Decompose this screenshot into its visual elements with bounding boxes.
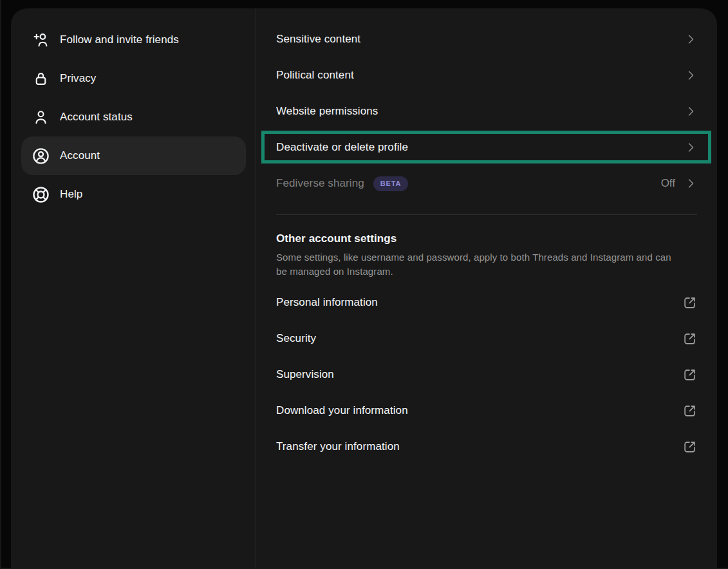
row-fediverse-sharing[interactable]: Fediverse sharing BETA Off (276, 165, 697, 201)
row-label: Political content (276, 69, 354, 82)
chevron-right-icon (684, 105, 697, 118)
row-value: Off (661, 177, 675, 190)
row-label: Website permissions (276, 105, 378, 118)
sidebar-item-privacy[interactable]: Privacy (21, 59, 246, 98)
lock-icon (31, 69, 50, 88)
sidebar-item-label: Follow and invite friends (60, 33, 179, 46)
row-label: Download your information (276, 404, 408, 417)
external-link-icon (682, 404, 697, 418)
lifebuoy-icon (31, 185, 50, 204)
row-label: Transfer your information (276, 440, 400, 453)
row-website-permissions[interactable]: Website permissions (276, 93, 697, 129)
chevron-right-icon (684, 177, 697, 190)
row-sensitive-content[interactable]: Sensitive content (276, 21, 697, 57)
row-personal-information[interactable]: Personal information (276, 284, 697, 321)
row-deactivate-or-delete-profile[interactable]: Deactivate or delete profile (276, 129, 697, 165)
chevron-right-icon (684, 33, 697, 46)
external-link-icon (682, 440, 697, 454)
sidebar-item-label: Account status (60, 111, 133, 124)
sidebar-item-help[interactable]: Help (21, 175, 246, 214)
row-transfer-your-information[interactable]: Transfer your information (276, 429, 697, 465)
person-add-icon (31, 30, 50, 50)
section-title: Other account settings (276, 232, 697, 245)
external-link-icon (682, 368, 697, 382)
chevron-right-icon (684, 69, 697, 82)
row-political-content[interactable]: Political content (276, 57, 697, 93)
row-label: Personal information (276, 296, 378, 309)
section-description: Some settings, like username and passwor… (276, 250, 678, 278)
row-label: Sensitive content (276, 33, 360, 46)
sidebar-item-label: Privacy (60, 72, 96, 85)
sidebar-item-account[interactable]: Account (21, 136, 246, 175)
account-settings-content: Sensitive content Political content Webs… (256, 9, 716, 569)
sidebar-item-label: Account (60, 149, 100, 162)
external-link-icon (682, 331, 697, 346)
external-settings-list: Personal information Security (276, 284, 697, 465)
settings-panel: Follow and invite friends Privacy Accoun… (12, 9, 716, 569)
external-link-icon (682, 295, 697, 310)
sidebar-item-account-status[interactable]: Account status (21, 98, 246, 136)
row-label: Fediverse sharing (276, 177, 364, 190)
row-label: Security (276, 332, 316, 345)
row-supervision[interactable]: Supervision (276, 357, 697, 393)
sidebar-item-follow-invite[interactable]: Follow and invite friends (21, 21, 246, 59)
row-label: Deactivate or delete profile (276, 141, 408, 154)
person-icon (31, 107, 50, 127)
sidebar-item-label: Help (60, 188, 82, 201)
row-download-your-information[interactable]: Download your information (276, 393, 697, 429)
person-circle-icon (31, 146, 50, 165)
row-label: Supervision (276, 368, 334, 381)
chevron-right-icon (684, 141, 697, 154)
beta-badge: BETA (373, 176, 408, 191)
row-security[interactable]: Security (276, 321, 697, 357)
settings-sidebar: Follow and invite friends Privacy Accoun… (12, 9, 256, 569)
section-divider (276, 214, 697, 215)
